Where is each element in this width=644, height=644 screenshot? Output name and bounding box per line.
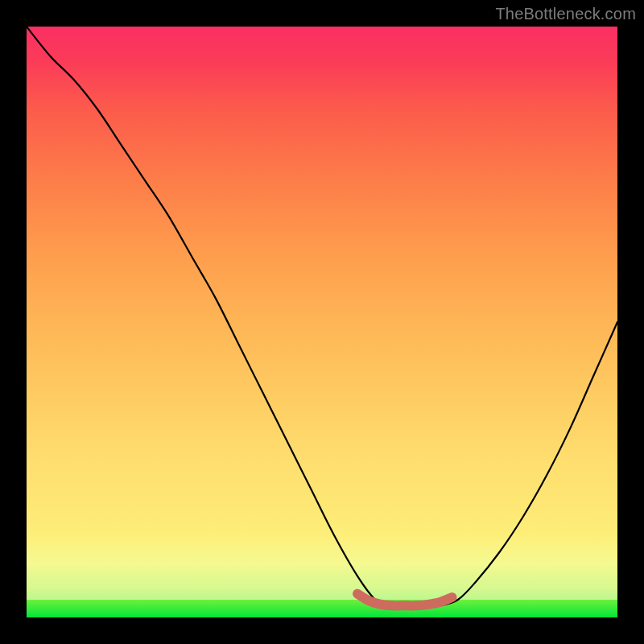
plot-area <box>27 27 617 617</box>
watermark-text: TheBottleneck.com <box>495 5 636 23</box>
chart-stage: TheBottleneck.com <box>0 0 644 644</box>
bottleneck-highlight <box>27 27 617 617</box>
